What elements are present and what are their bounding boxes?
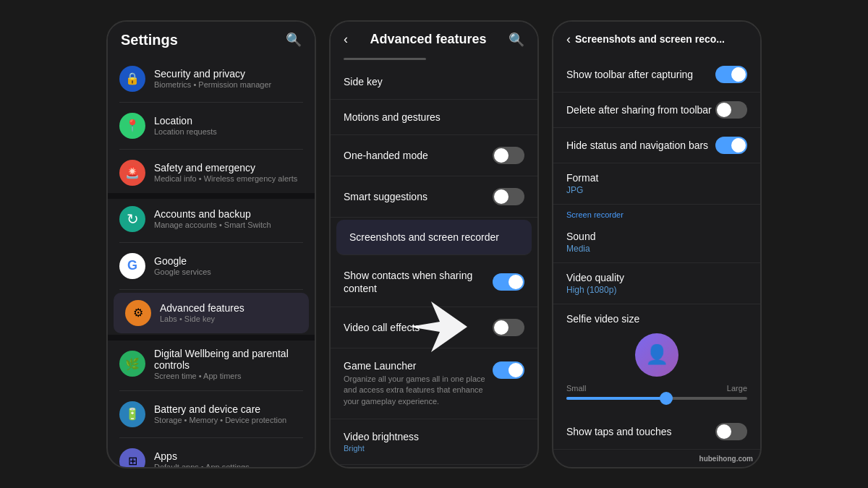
advanced-list: Side key Motions and gestures One-handed… <box>331 55 537 467</box>
slider-labels: Small Large <box>566 384 747 393</box>
scroll-indicator <box>344 58 426 60</box>
battery-label: Battery and device care <box>154 403 303 415</box>
back-icon[interactable]: ‹ <box>344 32 348 47</box>
apps-label: Apps <box>154 450 303 462</box>
divider <box>119 102 303 103</box>
accounts-label: Accounts and backup <box>154 208 303 220</box>
adv-smartsugg[interactable]: Smart suggestions <box>331 176 537 218</box>
adv-videobrightness[interactable]: Video brightness Bright <box>331 419 537 465</box>
google-label: Google <box>154 255 303 267</box>
videoquality-item[interactable]: Video quality High (1080p) <box>553 263 760 304</box>
slider-fill <box>566 397 666 400</box>
divider <box>119 149 303 150</box>
sidebar-item-apps[interactable]: ⊞ Apps Default apps • App settings <box>108 441 315 467</box>
sound-label: Sound <box>566 231 747 242</box>
search-icon2[interactable]: 🔍 <box>509 32 524 48</box>
selfie-avatar-wrap: 👤 <box>566 333 747 377</box>
location-sub: Location requests <box>154 127 303 136</box>
showcontacts-toggle[interactable] <box>493 273 524 291</box>
onehanded-toggle[interactable] <box>493 147 524 164</box>
section-gap <box>108 335 315 341</box>
phone-frame-screenshots: ‹ Screenshots and screen reco... Show to… <box>552 20 762 468</box>
selfie-slider-track[interactable] <box>566 397 747 400</box>
gamelauncher-toggle[interactable] <box>493 361 524 379</box>
adv-showcontacts[interactable]: Show contacts when sharing content <box>331 257 537 307</box>
divider <box>119 390 303 391</box>
deleteafter-item[interactable]: Delete after sharing from toolbar <box>553 93 760 128</box>
location-label: Location <box>154 115 303 127</box>
sidebar-item-accounts[interactable]: ↻ Accounts and backup Manage accounts • … <box>108 199 315 239</box>
hidestatus-toggle[interactable] <box>715 137 747 154</box>
security-sub: Biometrics • Permission manager <box>154 80 303 89</box>
adv-sidekey[interactable]: Side key <box>331 64 537 100</box>
sidebar-item-wellbeing[interactable]: 🌿 Digital Wellbeing and parental control… <box>108 341 315 388</box>
showtoolbar-toggle[interactable] <box>715 66 747 83</box>
showtoolbar-label: Show toolbar after capturing <box>566 69 693 80</box>
adv-motions[interactable]: Motions and gestures <box>331 100 537 135</box>
sidebar-item-location[interactable]: 📍 Location Location requests <box>108 106 315 146</box>
smartsugg-label: Smart suggestions <box>344 191 427 202</box>
deleteafter-label: Delete after sharing from toolbar <box>566 104 712 116</box>
screenshots-label: Screenshots and screen recorder <box>349 231 499 243</box>
sound-item[interactable]: Sound Media <box>553 222 760 263</box>
google-sub: Google services <box>154 267 303 276</box>
sound-sub: Media <box>566 244 747 254</box>
location-icon: 📍 <box>119 113 145 139</box>
phone-frame-settings: Settings 🔍 🔒 Security and privacy Biomet… <box>106 20 316 468</box>
sidebar-item-safety[interactable]: 🚨 Safety and emergency Medical info • Wi… <box>108 153 315 193</box>
showtaps-label: Show taps and touches <box>566 426 672 437</box>
search-icon[interactable]: 🔍 <box>286 32 302 48</box>
large-label: Large <box>727 384 747 393</box>
sidebar-item-google[interactable]: G Google Google services <box>108 246 315 286</box>
advanced-sub: Labs • Side key <box>160 314 297 323</box>
battery-sub: Storage • Memory • Device protection <box>154 416 303 424</box>
deleteafter-toggle[interactable] <box>715 101 747 119</box>
divider <box>119 437 303 438</box>
advanced-title: Advanced features <box>370 32 486 47</box>
hidestatus-item[interactable]: Hide status and navigation bars <box>553 128 760 163</box>
phone-frame-advanced: ‹ Advanced features 🔍 Side key Motions a… <box>329 20 539 468</box>
accounts-sub: Manage accounts • Smart Switch <box>154 221 303 229</box>
screenshots-list: Show toolbar after capturing Delete afte… <box>553 54 760 467</box>
security-icon: 🔒 <box>119 66 145 92</box>
smartsugg-toggle[interactable] <box>493 188 524 205</box>
sidebar-item-battery[interactable]: 🔋 Battery and device care Storage • Memo… <box>108 394 315 435</box>
onehanded-label: One-handed mode <box>344 150 428 161</box>
gamelauncher-label: Game Launcher <box>344 360 485 372</box>
safety-label: Safety and emergency <box>154 162 303 174</box>
accounts-icon: ↻ <box>119 206 145 232</box>
section-gap <box>108 193 315 199</box>
adv-onehanded[interactable]: One-handed mode <box>331 135 537 176</box>
adv-screenshots[interactable]: Screenshots and screen recorder <box>336 220 532 255</box>
showtoolbar-item[interactable]: Show toolbar after capturing <box>553 57 760 93</box>
adv-gamelauncher[interactable]: Game Launcher Organize all your games al… <box>331 348 537 419</box>
screen-recorder-section: Screen recorder <box>553 205 760 222</box>
videocall-toggle[interactable] <box>493 319 524 336</box>
wellbeing-icon: 🌿 <box>119 351 145 377</box>
advanced-header: ‹ Advanced features 🔍 <box>331 22 537 55</box>
showtaps-item[interactable]: Show taps and touches <box>553 414 760 450</box>
videobrightness-sub: Bright <box>344 444 419 453</box>
sidebar-item-security[interactable]: 🔒 Security and privacy Biometrics • Perm… <box>108 59 315 99</box>
slider-thumb[interactable] <box>660 392 673 405</box>
wellbeing-sub: Screen time • App timers <box>154 372 303 380</box>
settings-list: 🔒 Security and privacy Biometrics • Perm… <box>108 56 315 467</box>
back-icon3[interactable]: ‹ <box>566 32 571 47</box>
format-item[interactable]: Format JPG <box>553 163 760 205</box>
videoquality-label: Video quality <box>566 272 747 283</box>
battery-icon: 🔋 <box>119 401 145 427</box>
google-icon: G <box>119 253 145 279</box>
divider <box>119 289 303 290</box>
showtaps-toggle[interactable] <box>715 423 747 440</box>
settings-title: Settings <box>121 32 178 48</box>
security-label: Security and privacy <box>154 68 303 80</box>
screenshots-header: ‹ Screenshots and screen reco... <box>553 22 760 54</box>
small-label: Small <box>566 384 587 393</box>
motions-label: Motions and gestures <box>344 111 441 123</box>
sidekey-label: Side key <box>344 76 383 87</box>
showcontacts-label: Show contacts when sharing content <box>344 269 474 295</box>
divider <box>119 242 303 243</box>
sidebar-item-advanced[interactable]: ⚙ Advanced features Labs • Side key ← <box>114 293 309 333</box>
adv-videocall[interactable]: Video call effects <box>331 307 537 348</box>
videoquality-sub: High (1080p) <box>566 285 747 295</box>
